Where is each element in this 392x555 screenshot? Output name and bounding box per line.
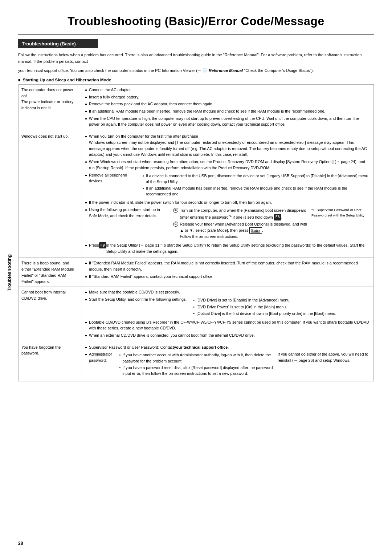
title-rule (18, 35, 374, 35)
table-row: Windows does not start up. When you turn… (19, 131, 374, 258)
list-item: If "Standard RAM Failed" appears, contac… (85, 274, 371, 280)
list-item: [DVD Drive] is set to [Enable] in the [A… (193, 297, 336, 303)
section-header: Troubleshooting (Basic) (18, 39, 98, 48)
list-item: ① Turn on the computer, and when the [Pa… (173, 207, 308, 220)
list-item: Bootable CD/DVD created using B's Record… (85, 319, 371, 331)
list-item: [DVD Drive Power] is set to [On] in the … (193, 304, 336, 310)
list-item: When you turn on the computer for the fi… (85, 133, 371, 158)
page-title: Troubleshooting (Basic)/Error Code/Messa… (18, 15, 374, 28)
list-item: When an external CD/DVD drive is connect… (85, 332, 371, 339)
page-number: 28 (18, 541, 23, 546)
solution-cell: If "Extended RAM Module Failed" appears,… (82, 258, 374, 287)
list-item: Administrator password: If you have anot… (85, 351, 371, 378)
list-item: ② Release your finger when [Advanced Boo… (173, 221, 308, 240)
reference-text: Reference Manual (209, 68, 243, 73)
key-enter: Enter (249, 227, 262, 234)
list-item: Using the following procedure, start up … (85, 207, 371, 241)
footnote: *1 Supervisor Password or User Password … (311, 207, 371, 218)
intro-paragraph-1: Follow the instructions below when a pro… (18, 52, 374, 65)
problem-cell: Windows does not start up. (19, 131, 82, 258)
list-item: If you have another account with Adminis… (119, 352, 278, 364)
problem-cell: Cannot boot from internal CD/DVD drive. (19, 287, 82, 342)
subsection-title: Starting Up and Sleep and Hibernation Mo… (18, 78, 374, 82)
list-item: If an additional RAM module has been ins… (143, 185, 371, 197)
sidebar-label: Troubleshooting (7, 254, 12, 291)
solution-cell: Connect the AC adaptor. Insert a fully c… (82, 84, 374, 131)
list-item: When the CPU temperature is high, the co… (85, 116, 371, 127)
list-item: If the power indicator is lit, slide the… (85, 199, 371, 206)
step-number: ① (173, 208, 178, 213)
footnote-ref: *1 (229, 214, 232, 218)
list-item: Supervisor Password or User Password: Co… (85, 344, 371, 351)
intro-paragraph-2: your technical support office. You can a… (18, 68, 374, 74)
solution-cell: When you turn on the computer for the fi… (82, 131, 374, 258)
key-f9: F9 (99, 242, 106, 249)
list-item: Make sure that the bootable CD/DVD is se… (85, 289, 371, 295)
list-item: Remove all peripheral devices. If a devi… (85, 172, 371, 199)
problem-cell: There is a beep sound, and either "Exten… (19, 258, 82, 287)
list-item: If an additional RAM module has been ins… (85, 108, 371, 114)
list-item: Press F9 in the Setup Utility (→ page 31… (85, 242, 371, 254)
bold-text: your technical support office (174, 344, 228, 351)
key-f8: F8 (274, 214, 281, 220)
list-item: Connect the AC adaptor. (85, 87, 371, 93)
list-item: Remove the battery pack and the AC adapt… (85, 101, 371, 107)
list-item: Start the Setup Utility, and confirm the… (85, 296, 371, 318)
step-text: Turn on the computer, and when the [Pana… (180, 207, 308, 220)
list-item: If a device is connected to the USB port… (143, 173, 371, 185)
page: Troubleshooting Troubleshooting (Basic)/… (0, 0, 392, 555)
table-row: Cannot boot from internal CD/DVD drive. … (19, 287, 374, 342)
table-row: The computer does not power on/ The powe… (19, 84, 374, 131)
table-row: There is a beep sound, and either "Exten… (19, 258, 374, 287)
step-number: ② (173, 222, 178, 227)
step-text: Release your finger when [Advanced Boot … (180, 221, 308, 240)
problem-cell: The computer does not power on/ The powe… (19, 84, 82, 131)
list-item: If you have a password reset disk, click… (119, 365, 278, 376)
list-item: If "Extended RAM Module Failed" appears,… (85, 260, 371, 272)
list-item: [Optical Drive] is the first device show… (193, 311, 336, 317)
solution-cell: Make sure that the bootable CD/DVD is se… (82, 287, 374, 342)
solution-cell: Supervisor Password or User Password: Co… (82, 342, 374, 381)
list-item: When Windows does not start when resumin… (85, 159, 371, 171)
troubleshoot-table: The computer does not power on/ The powe… (18, 84, 374, 381)
table-row: You have forgotten the password. Supervi… (19, 342, 374, 381)
list-item: Insert a fully charged battery. (85, 94, 371, 100)
problem-cell: You have forgotten the password. (19, 342, 82, 381)
